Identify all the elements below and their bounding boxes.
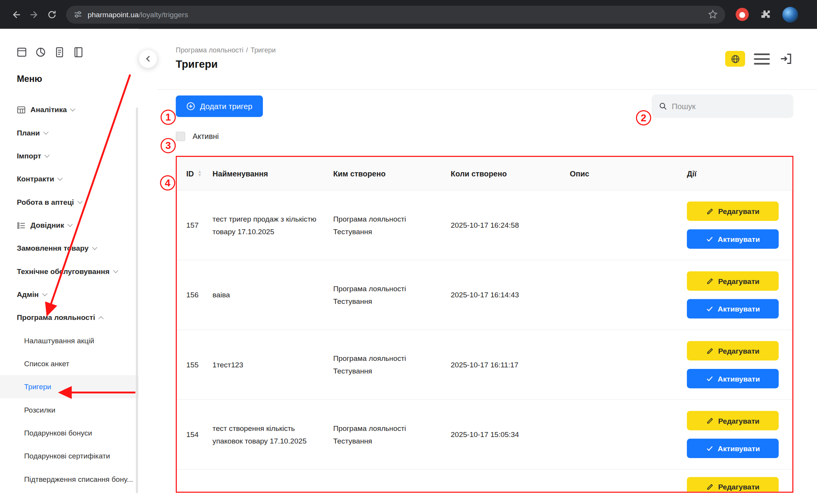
edit-label: Редагувати (718, 277, 760, 285)
pie-chart-icon[interactable] (34, 46, 47, 59)
chevron-down-icon (58, 175, 63, 181)
sidebar-item-goods-order[interactable]: Замовлення товару (0, 237, 139, 259)
cell-actions: Редагувати Активувати (687, 202, 793, 249)
activate-label: Активувати (718, 235, 760, 243)
active-filter-checkbox[interactable] (176, 132, 185, 141)
search-box (652, 95, 793, 118)
archive-icon[interactable] (16, 46, 28, 59)
sidebar-menu: Аналітика Плани Імпорт Контракти Робота … (0, 98, 139, 491)
address-bar[interactable]: pharmapoint.ua/loyalty/triggers (66, 5, 725, 23)
sidebar-subitem-mailings[interactable]: Розсилки (0, 398, 139, 421)
back-arrow-icon (11, 9, 21, 20)
pencil-icon (706, 417, 714, 425)
table-row: 156 ваіва Програма лояльності Тестування… (177, 260, 792, 330)
logout-icon[interactable] (779, 52, 793, 66)
burger-line (754, 53, 770, 55)
annotation-number-2: 2 (636, 110, 651, 126)
extensions-puzzle-icon[interactable] (759, 8, 772, 21)
document-icon[interactable] (54, 46, 66, 59)
pencil-icon (706, 347, 714, 355)
activate-label: Активувати (718, 374, 760, 383)
edit-button[interactable]: Редагувати (687, 341, 779, 360)
subitem-label: Підтвердження списання бону... (24, 475, 133, 483)
sidebar-subitem-bonus-writeoff-confirm[interactable]: Підтвердження списання бону... (0, 468, 139, 491)
table-row: 155 1тест123 Програма лояльності Тестува… (177, 330, 792, 400)
plus-circle-icon (186, 102, 195, 111)
menu-toggle-button[interactable] (754, 53, 770, 64)
header-actions (725, 51, 793, 67)
annotation-number-3: 3 (161, 138, 176, 153)
activate-button[interactable]: Активувати (687, 369, 779, 388)
book-icon[interactable] (72, 46, 85, 59)
sidebar-subitem-triggers[interactable]: Тригери (0, 375, 139, 398)
url-text: pharmapoint.ua/loyalty/triggers (88, 10, 188, 19)
sidebar-item-label: Адмін (17, 290, 39, 298)
column-header-description: Опис (570, 169, 687, 178)
edit-label: Редагувати (718, 416, 760, 425)
sidebar-collapse-button[interactable] (139, 49, 157, 68)
sort-icon[interactable]: ▲▼ (197, 170, 202, 176)
back-button[interactable] (7, 5, 25, 23)
annotation-number-1: 1 (161, 110, 176, 125)
pencil-icon (706, 483, 714, 491)
main-content: Програма лояльності/Тригери Тригери Дода… (139, 29, 817, 504)
cell-created-at: 2025-10-17 16:11:17 (451, 360, 570, 369)
sidebar-item-admin[interactable]: Адмін (0, 283, 139, 306)
cell-name: тест тригер продаж з кількістю товару 17… (212, 212, 333, 238)
chevron-down-icon (67, 222, 73, 227)
activate-button[interactable]: Активувати (687, 229, 779, 249)
activate-label: Активувати (718, 444, 760, 453)
sidebar-item-pharmacy-work[interactable]: Робота в аптеці (0, 191, 139, 214)
table-row: 154 тест створення кількість упаковок то… (177, 400, 792, 470)
check-icon (706, 375, 714, 383)
language-button[interactable] (725, 51, 745, 67)
edit-button[interactable]: Редагувати (687, 477, 779, 493)
search-input[interactable] (672, 102, 786, 111)
refresh-icon (47, 9, 57, 20)
sidebar-subitem-questionnaires[interactable]: Список анкет (0, 352, 139, 375)
sidebar-item-label: Плани (17, 129, 40, 137)
sidebar-scrollbar[interactable] (136, 108, 138, 493)
adblock-extension-icon[interactable] (735, 8, 749, 21)
cell-name: ваіва (212, 289, 333, 301)
cell-actions: Редагувати Активувати (687, 411, 793, 458)
site-info-icon (73, 10, 82, 19)
edit-button[interactable]: Редагувати (687, 411, 779, 431)
sidebar-item-import[interactable]: Імпорт (0, 144, 139, 167)
forward-button[interactable] (25, 5, 43, 23)
sidebar-item-label: Імпорт (17, 152, 41, 160)
activate-button[interactable]: Активувати (687, 439, 779, 458)
sidebar-item-label: Довідник (31, 221, 64, 229)
sidebar-subitem-promo-settings[interactable]: Налаштування акцій (0, 329, 139, 352)
sidebar-item-analytics[interactable]: Аналітика (0, 98, 139, 121)
edit-button[interactable]: Редагувати (687, 271, 779, 291)
column-header-id[interactable]: ID ▲▼ (177, 169, 212, 178)
breadcrumb-parent[interactable]: Програма лояльності (176, 46, 243, 54)
sidebar-subitem-gift-certificates[interactable]: Подарункові сертифікати (0, 444, 139, 467)
cell-id: 157 (177, 221, 212, 229)
sidebar-item-maintenance[interactable]: Технічне обслуговування (0, 260, 139, 283)
menu-title: Меню (0, 58, 139, 85)
viewport: pharmapoint.ua/loyalty/triggers Меню (0, 0, 817, 504)
edit-button[interactable]: Редагувати (687, 202, 779, 221)
cell-created-at: 2025-10-17 16:14:43 (451, 291, 570, 299)
globe-icon (730, 54, 740, 64)
refresh-button[interactable] (43, 5, 61, 23)
activate-button[interactable]: Активувати (687, 299, 779, 319)
cell-actions: Редагувати Активувати (687, 271, 793, 318)
cell-name: тест створення кількість упаковок товару… (212, 422, 333, 447)
sidebar-quick-icons (0, 29, 139, 58)
url-path: /loyalty/triggers (139, 10, 188, 19)
sidebar-item-label: Програма лояльності (17, 313, 95, 322)
sidebar-item-directory[interactable]: Довідник (0, 214, 139, 237)
profile-avatar[interactable] (782, 7, 798, 22)
sidebar-subitem-gift-bonuses[interactable]: Подарункові бонуси (0, 421, 139, 444)
column-header-name: Найменування (212, 167, 333, 180)
sidebar-item-loyalty-program[interactable]: Програма лояльності (0, 306, 139, 329)
sidebar-item-plans[interactable]: Плани (0, 121, 139, 144)
add-trigger-label: Додати тригер (200, 102, 252, 111)
bookmark-star-button[interactable] (708, 10, 718, 20)
sidebar-item-contracts[interactable]: Контракти (0, 167, 139, 190)
add-trigger-button[interactable]: Додати тригер (176, 96, 263, 117)
star-icon (708, 10, 718, 20)
